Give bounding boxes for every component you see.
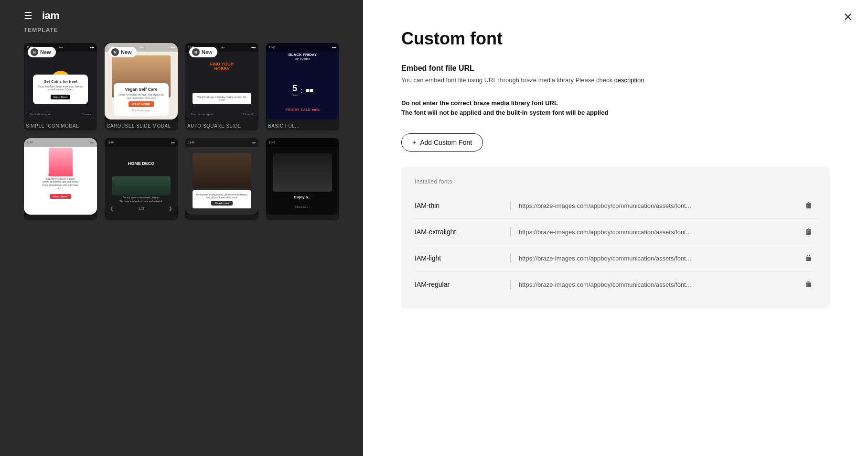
new-badge-icon-1: N — [31, 48, 38, 56]
font-divider-2 — [510, 253, 511, 263]
card4-image: 11:40■■■ BLACK FRIDAY UP TO ■■% 5 Hours … — [266, 43, 339, 119]
new-badge-icon-2: N — [111, 48, 119, 56]
card8-label — [266, 215, 339, 220]
card5-image: 11:40iam NEW DRINKS! Strawberry season i… — [24, 138, 97, 215]
delete-icon-3: 🗑 — [805, 280, 813, 288]
black-friday-text: BLACK FRIDAY UP TO ■■% — [266, 53, 339, 60]
new-badge-3: N New — [189, 47, 217, 57]
card4-label: BASIC FUL... — [266, 119, 339, 130]
template-grid: 11:40iam■■■ N New Get Coins for free! If… — [0, 38, 363, 225]
card2-label: CAROUSEL SLIDE MODAL — [105, 119, 178, 130]
template-card-row2-3[interactable]: 11:40iam Feel happy moment Anniversary m… — [185, 138, 258, 220]
card7-label — [185, 215, 258, 220]
carousel-popup: Vegan Self Care Cheer for healthy self-l… — [114, 83, 169, 116]
installed-fonts-section: Installed fonts IAM-thin https://braze-i… — [401, 167, 830, 309]
panel-title: Custom font — [401, 29, 830, 49]
font-delete-button-3[interactable]: 🗑 — [801, 278, 816, 291]
font-name-0: IAM-thin — [415, 202, 510, 209]
embed-section: Embed font file URL You can embed font f… — [401, 64, 830, 85]
card3-label: AUTO SQUARE SLIDE — [185, 119, 258, 130]
font-delete-button-1[interactable]: 🗑 — [801, 226, 816, 238]
delete-icon-0: 🗑 — [805, 201, 813, 209]
card6-image: 11:40iam HOME DECO Put my taste in the i… — [105, 138, 178, 215]
font-url-1: https://braze-images.com/appboy/communic… — [519, 228, 801, 236]
font-name-1: IAM-extralight — [415, 228, 510, 236]
deco-text: HOME DECO — [112, 161, 170, 166]
template-card-basic-full[interactable]: 11:40■■■ BLACK FRIDAY UP TO ■■% 5 Hours … — [266, 43, 339, 130]
phone-mock-8: 11:40 Enjoy b... Check out d... — [266, 138, 339, 215]
hamburger-icon[interactable]: ☰ — [24, 10, 32, 22]
new-badge-1: N New — [28, 47, 56, 57]
delete-icon-1: 🗑 — [805, 228, 813, 236]
plus-icon: + — [412, 139, 416, 146]
phone-mock-3: 11:40iam■■■ N New FIND YOURHOBBY We'll f… — [185, 43, 258, 119]
font-divider-1 — [510, 227, 511, 237]
phone-popup-1: Get Coins for free! If you read New Seri… — [33, 75, 88, 104]
phone-top-bar-7: 11:40iam — [185, 138, 258, 147]
card3-image: 11:40iam■■■ N New FIND YOURHOBBY We'll f… — [185, 43, 258, 119]
card8-image: 11:40 Enjoy b... Check out d... — [266, 138, 339, 215]
font-divider-0 — [510, 201, 511, 210]
phone-top-bar-8: 11:40 — [266, 138, 339, 147]
card6-label — [105, 215, 178, 220]
font-url-0: https://braze-images.com/appboy/communic… — [519, 202, 801, 209]
template-card-row2-4[interactable]: 11:40 Enjoy b... Check out d... — [266, 138, 339, 220]
embed-description: You can embed font file using URL throug… — [401, 76, 830, 85]
font-delete-button-2[interactable]: 🗑 — [801, 252, 816, 264]
phone-mock-6: 11:40iam HOME DECO Put my taste in the i… — [105, 138, 178, 215]
card5-label — [24, 215, 97, 220]
phone-top-bar-6: 11:40iam — [105, 138, 178, 147]
font-url-2: https://braze-images.com/appboy/communic… — [519, 255, 801, 262]
font-delete-button-0[interactable]: 🗑 — [801, 199, 816, 212]
new-badge-icon-3: N — [192, 48, 200, 56]
font-row-0: IAM-thin https://braze-images.com/appboy… — [415, 193, 816, 219]
delete-icon-2: 🗑 — [805, 254, 813, 262]
phone-mock-5: 11:40iam NEW DRINKS! Strawberry season i… — [24, 138, 97, 215]
phone-mock-4: 11:40■■■ BLACK FRIDAY UP TO ■■% 5 Hours … — [266, 43, 339, 119]
card2-image: 11:40iam■■■ N New Vegan Self Care Cheer … — [105, 43, 178, 119]
phone-mock-7: 11:40iam Feel happy moment Anniversary m… — [185, 138, 258, 215]
right-panel: ✕ Custom font Embed font file URL You ca… — [363, 0, 868, 456]
app-header: ☰ iam — [0, 0, 363, 27]
template-card-auto-square-slide[interactable]: 11:40iam■■■ N New FIND YOURHOBBY We'll f… — [185, 43, 258, 130]
phone-top-bar-4: 11:40■■■ — [266, 43, 339, 52]
font-divider-3 — [510, 280, 511, 289]
close-icon: ✕ — [843, 11, 853, 23]
add-custom-font-button[interactable]: + Add Custom Font — [401, 133, 483, 152]
new-badge-2: N New — [108, 47, 137, 57]
template-section-label: TEMPLATE — [0, 27, 363, 38]
card1-label: SIMPLE ICON MODAL — [24, 119, 97, 130]
embed-title: Embed font file URL — [401, 64, 830, 73]
left-panel: ☰ iam TEMPLATE 11:40iam■■■ N New Get Coi… — [0, 0, 363, 456]
phone-mock-1: 11:40iam■■■ N New Get Coins for free! If… — [24, 43, 97, 119]
add-font-label: Add Custom Font — [420, 139, 472, 146]
template-card-carousel-slide-modal[interactable]: 11:40iam■■■ N New Vegan Self Care Cheer … — [105, 43, 178, 130]
close-button[interactable]: ✕ — [843, 11, 853, 23]
font-row-1: IAM-extralight https://braze-images.com/… — [415, 219, 816, 245]
template-card-simple-icon-modal[interactable]: 11:40iam■■■ N New Get Coins for free! If… — [24, 43, 97, 130]
phone-mock-2: 11:40iam■■■ N New Vegan Self Care Cheer … — [105, 43, 178, 119]
phone-top-bar-5: 11:40iam — [24, 138, 97, 147]
countdown-display: 5 Hours : ■■ — [291, 84, 313, 97]
description-link[interactable]: description — [614, 76, 644, 84]
font-name-3: IAM-regular — [415, 281, 510, 288]
font-row-3: IAM-regular https://braze-images.com/app… — [415, 271, 816, 297]
warning-text: Do not enter the correct braze media lib… — [401, 98, 830, 119]
font-name-2: IAM-light — [415, 254, 510, 262]
template-card-row2-2[interactable]: 11:40iam HOME DECO Put my taste in the i… — [105, 138, 178, 220]
popup-title: Get Coins for free! — [38, 79, 83, 84]
card1-image: 11:40iam■■■ N New Get Coins for free! If… — [24, 43, 97, 119]
popup-btn: Read More — [51, 95, 71, 99]
card7-image: 11:40iam Feel happy moment Anniversary m… — [185, 138, 258, 215]
font-url-3: https://braze-images.com/appboy/communic… — [519, 281, 801, 288]
font-row-2: IAM-light https://braze-images.com/appbo… — [415, 245, 816, 271]
installed-fonts-title: Installed fonts — [415, 178, 816, 185]
brand-logo: iam — [42, 10, 59, 22]
template-card-row2-1[interactable]: 11:40iam NEW DRINKS! Strawberry season i… — [24, 138, 97, 220]
hobby-text: FIND YOURHOBBY — [210, 62, 234, 72]
